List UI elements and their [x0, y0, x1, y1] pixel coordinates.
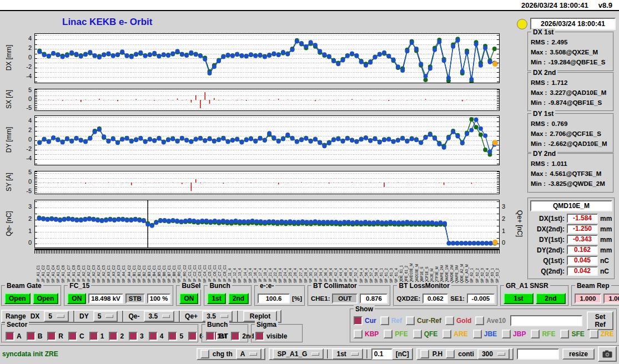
sector-checkbox-3[interactable]: [129, 332, 138, 341]
show-checkbox-Cur[interactable]: [354, 316, 363, 325]
min-value: -2.662@QAD10E_M: [548, 139, 607, 149]
sector-checkbox-4[interactable]: [149, 332, 158, 341]
sector-select-menu[interactable]: A: [236, 348, 262, 360]
conti-label: conti: [458, 350, 474, 358]
sector-checkbox-A[interactable]: [6, 332, 14, 341]
titlebar: 2026/03/24 18:00:41 v8.9: [0, 0, 619, 11]
range-qe-plus-menu[interactable]: 3.5: [202, 311, 233, 322]
show-label: Cur: [365, 317, 376, 325]
axis-tick-label: 0: [28, 95, 32, 102]
sector-checkbox-1[interactable]: [89, 332, 98, 341]
show-checkbox-JBE[interactable]: [473, 330, 482, 338]
sector-checkbox-5[interactable]: [168, 332, 177, 341]
bunch-checkbox-2nd[interactable]: [231, 332, 240, 341]
bpm-name-label: QX2E_M: [430, 269, 434, 283]
show-checkbox-QFE[interactable]: [413, 330, 422, 338]
bunch-checkbox-1st[interactable]: [206, 332, 215, 341]
range-dx-menu[interactable]: 5: [44, 311, 69, 322]
range-bar: Range DX 5 DY 5 Qe- 3.5 Qe+ 3.5 Replot: [1, 310, 281, 323]
show-checkbox-SFE[interactable]: [560, 330, 569, 338]
fc15-percent-field: 100 %: [147, 294, 171, 304]
sector-checkbox-6[interactable]: [188, 332, 197, 341]
bpm-name-label: SP_56_4: [364, 268, 368, 283]
dx-plot-canvas: [34, 33, 500, 83]
qmd-row-unit: nC: [600, 267, 609, 275]
ref-name-input[interactable]: [510, 315, 582, 326]
range-qe-minus-menu[interactable]: 3.5: [144, 311, 174, 322]
sector-checkbox-2[interactable]: [109, 332, 118, 341]
fc15-on-button[interactable]: ON: [67, 293, 86, 304]
bpm-name-label: SP_46_4: [344, 268, 348, 283]
axis-tick-label: 3: [502, 203, 505, 210]
sector-checkbox-B[interactable]: [27, 332, 36, 341]
sector-label: 4: [160, 332, 164, 340]
bpm-select-menu[interactable]: SP_A1_G: [273, 348, 324, 360]
gr-a1-1st-button[interactable]: 1st: [504, 293, 534, 304]
bpm-name-label: SP_15_4: [248, 268, 252, 283]
screenshot-button[interactable]: [598, 346, 617, 362]
bpm-name-label: SP_16_4: [253, 268, 257, 283]
bunch-select-menu[interactable]: 1st: [332, 348, 363, 360]
page-title: Linac KEKB e- Orbit: [62, 17, 152, 28]
show-label: Ref: [391, 317, 402, 325]
busel-on-button[interactable]: ON: [179, 293, 198, 304]
optionmenu-dash-icon: [220, 315, 228, 318]
bpm-name-label: SP_26_4: [293, 268, 297, 283]
show-checkbox-Gold[interactable]: [445, 316, 454, 325]
bunch-2nd-button[interactable]: 2nd: [228, 293, 249, 304]
set-ref-button[interactable]: Set Ref: [587, 311, 613, 330]
beam-rep-group: Beam Rep 1.000 1.000 [Hz] 100.000 [%]: [571, 285, 619, 306]
bpm-name-label: SP_38_4: [329, 268, 333, 283]
show-checkbox-JBP[interactable]: [502, 330, 511, 338]
sector-checkbox-R[interactable]: [47, 332, 56, 341]
bpm-name-label: SP_28_4: [304, 268, 308, 283]
axis-tick-label: 1: [502, 228, 505, 234]
interval-menu[interactable]: 300: [477, 348, 510, 360]
sigma-checkbox-visible[interactable]: [255, 332, 264, 341]
separator: [237, 311, 239, 322]
beam-gate-open-button-2[interactable]: Open: [33, 293, 59, 304]
gr-a1-2nd-button[interactable]: 2nd: [536, 293, 566, 304]
range-qe-plus-label: Qe+: [185, 312, 198, 320]
bpm-label-band: SP_A1_C1SP_A1_C2SP_A1_C3SP_A1_C4SP_A1_C5…: [34, 249, 500, 283]
show-checkbox-Cur-Ref[interactable]: [406, 316, 415, 325]
show-checkbox-PFE[interactable]: [384, 330, 392, 338]
threshold-input[interactable]: [371, 348, 392, 360]
show-checkbox-KBP[interactable]: [354, 330, 363, 338]
se1-label: SE1:: [450, 295, 465, 302]
show-checkbox-RFE[interactable]: [531, 330, 540, 338]
fc15-kv-field: 18.498 kV: [88, 294, 123, 304]
fc15-stb-button[interactable]: STB: [125, 294, 145, 304]
conti-checkbox[interactable]: [446, 350, 455, 358]
max-value: 2.706@QCF1E_S: [550, 129, 601, 139]
max-label: Max :: [531, 47, 547, 57]
chg-th-checkbox[interactable]: [200, 350, 209, 358]
axis-tick-label: 5: [28, 87, 32, 93]
range-dy-menu[interactable]: 5: [93, 311, 118, 322]
bpm-name-label: SP_18_4: [263, 268, 267, 283]
sector-checkbox-C[interactable]: [68, 332, 77, 341]
axis-tick-label: 4: [28, 35, 32, 42]
replot-button[interactable]: Replot: [243, 311, 277, 322]
fc15-title: FC_15: [68, 282, 91, 290]
bpm-name-label: QMD10E_M: [409, 263, 413, 283]
resize-button[interactable]: resize: [562, 348, 595, 360]
bunch-1st-button[interactable]: 1st: [207, 293, 225, 304]
stat-group-dy1st: DY 1st RMS :0.769 Max :2.706@QCF1E_S Min…: [527, 113, 614, 153]
show-checkbox-ZRE[interactable]: [590, 330, 598, 338]
max-label: Max :: [531, 169, 547, 179]
range-qe-plus-value: 3.5: [207, 312, 216, 320]
blank-input[interactable]: [517, 348, 559, 360]
ph-checkbox[interactable]: [420, 350, 429, 358]
show-checkbox-Ref[interactable]: [380, 316, 389, 325]
show-label: Cur-Ref: [417, 317, 441, 325]
beam-gate-open-button-1[interactable]: Open: [4, 293, 31, 304]
ph-conti-group: P.H conti 300: [416, 348, 514, 360]
sector-r: R: [47, 332, 63, 341]
axis-tick-label: 1: [28, 228, 32, 234]
bpm-name-label: SP_A1_C5: [56, 265, 60, 283]
show-checkbox-Ave10[interactable]: [475, 316, 484, 325]
sector-b: B: [27, 332, 43, 341]
bpm-name-label: QFE_61_2: [404, 266, 408, 283]
show-checkbox-ARE[interactable]: [442, 330, 451, 338]
